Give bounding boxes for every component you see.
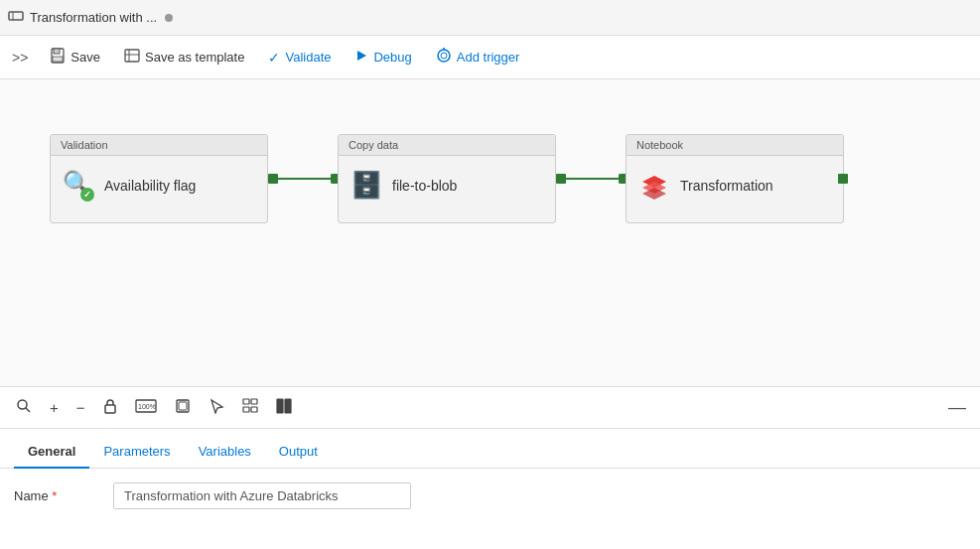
debug-button[interactable]: Debug: [345, 44, 421, 70]
node-copy-data-header: Copy data: [339, 135, 555, 156]
tab-output[interactable]: Output: [265, 436, 332, 469]
save-as-template-button[interactable]: Save as template: [114, 43, 254, 71]
node-copy-data[interactable]: Copy data 🗄️ file-to-blob: [338, 134, 556, 223]
node-validation[interactable]: Validation 🔍 ✓ Availability flag: [50, 134, 268, 223]
zoom-out-button[interactable]: −: [74, 397, 87, 418]
trigger-icon: [436, 48, 452, 67]
add-trigger-button[interactable]: Add trigger: [426, 43, 530, 71]
svg-line-16: [26, 408, 30, 412]
svg-rect-0: [9, 12, 23, 20]
node-notebook-header: Notebook: [627, 135, 843, 156]
zoom-100-button[interactable]: 100%: [133, 397, 159, 418]
svg-rect-5: [125, 50, 139, 62]
svg-point-9: [438, 50, 450, 62]
svg-rect-23: [251, 399, 257, 404]
split-view-button[interactable]: [274, 396, 294, 419]
svg-rect-17: [105, 405, 115, 413]
svg-marker-14: [642, 188, 666, 200]
lock-button[interactable]: [101, 396, 119, 419]
name-input[interactable]: [113, 482, 411, 509]
tab-modified-dot: [165, 14, 173, 22]
node-validation-label: Availability flag: [104, 178, 196, 194]
panel-tabs: General Parameters Variables Output: [0, 429, 980, 469]
node-validation-header: Validation: [51, 135, 267, 156]
collapse-chevron[interactable]: >>: [12, 50, 28, 66]
save-icon: [50, 48, 66, 67]
minimize-area: —: [948, 397, 966, 418]
node-notebook[interactable]: Notebook Transformation: [626, 134, 844, 223]
svg-point-10: [441, 53, 447, 59]
svg-rect-24: [243, 407, 249, 412]
node-copy-data-body: 🗄️ file-to-blob: [339, 156, 555, 214]
minimize-button[interactable]: —: [948, 397, 966, 418]
fit-page-button[interactable]: [173, 396, 193, 419]
pipeline-canvas[interactable]: Validation 🔍 ✓ Availability flag: [0, 79, 980, 387]
svg-rect-21: [179, 402, 187, 410]
svg-rect-27: [285, 399, 291, 413]
node-notebook-label: Transformation: [680, 178, 773, 194]
main-toolbar: >> Save Save as template ✓ Validate: [0, 36, 980, 79]
svg-rect-22: [243, 399, 249, 404]
tab-pipeline-icon: [8, 8, 24, 27]
svg-text:100%: 100%: [138, 403, 156, 410]
databricks-icon: [638, 170, 670, 202]
select-tool-button[interactable]: [207, 396, 226, 419]
name-field-row: Name *: [14, 482, 966, 509]
search-zoom-button[interactable]: [14, 396, 34, 419]
svg-rect-4: [53, 57, 63, 62]
validate-button[interactable]: ✓ Validate: [258, 45, 341, 70]
svg-marker-8: [357, 51, 366, 61]
tab-bar: Transformation with ...: [0, 0, 980, 36]
node-notebook-body: Transformation: [627, 156, 843, 215]
svg-rect-25: [251, 407, 257, 412]
debug-icon: [354, 49, 368, 66]
tab-parameters[interactable]: Parameters: [89, 436, 184, 469]
svg-rect-26: [277, 399, 283, 413]
zoom-in-button[interactable]: +: [48, 397, 61, 418]
tab-general[interactable]: General: [14, 436, 89, 469]
check-badge: ✓: [80, 188, 94, 202]
name-label: Name *: [14, 488, 93, 503]
connector-1: [268, 178, 338, 180]
svg-rect-3: [54, 49, 60, 54]
validate-icon: ✓: [268, 50, 280, 66]
tab-variables[interactable]: Variables: [185, 436, 265, 469]
template-icon: [124, 48, 140, 67]
zoom-toolbar: + − 100%: [0, 387, 980, 429]
node-right-dot: [838, 174, 848, 184]
blob-icon: 🗄️: [350, 170, 382, 201]
svg-point-15: [18, 400, 27, 409]
save-button[interactable]: Save: [40, 43, 110, 71]
node-copy-data-label: file-to-blob: [392, 178, 457, 194]
panel-content: Name *: [0, 469, 980, 523]
auto-layout-button[interactable]: [240, 396, 260, 419]
pipeline-flow: Validation 🔍 ✓ Availability flag: [50, 134, 844, 223]
search-check-icon: 🔍 ✓: [63, 170, 94, 202]
tab-title: Transformation with ...: [30, 10, 157, 25]
node-validation-body: 🔍 ✓ Availability flag: [51, 156, 267, 215]
required-star: *: [52, 488, 57, 503]
connector-2: [556, 178, 626, 180]
